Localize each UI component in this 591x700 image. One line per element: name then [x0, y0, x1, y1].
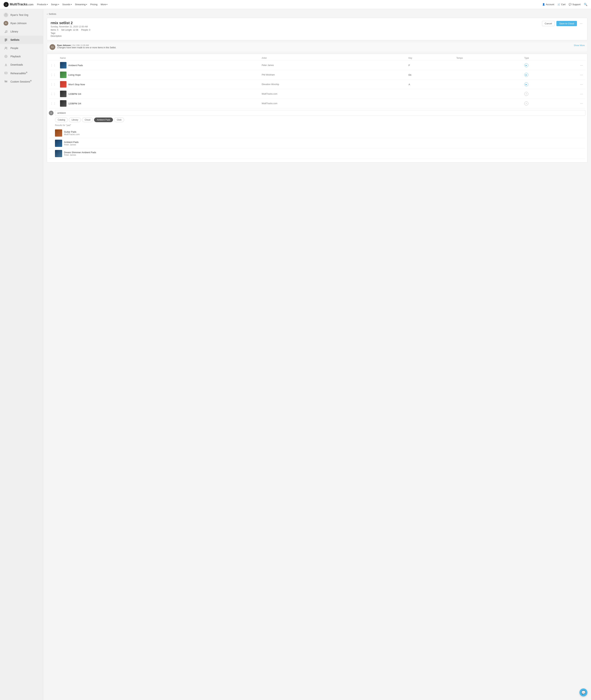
sidebar-item-setlists[interactable]: Setlists: [0, 36, 43, 44]
sidebar-item-rehearsalmix[interactable]: RehearsalMix®: [0, 69, 43, 77]
result-info: Dream Shimmer Ambient Pads Peter James: [64, 151, 584, 156]
setlist-items-count: Items: 5: [51, 29, 58, 31]
song-more-button[interactable]: ···: [579, 73, 584, 77]
song-actions-cell: ···: [578, 70, 585, 80]
svg-rect-13: [5, 81, 6, 82]
song-tempo-cell: [455, 61, 523, 70]
filter-tab[interactable]: Catalog: [55, 118, 68, 122]
list-item[interactable]: Dream Shimmer Ambient Pads Peter James: [49, 148, 585, 159]
clear-search-button[interactable]: ×: [49, 111, 54, 115]
song-key-cell: [407, 89, 455, 99]
table-row[interactable]: ⋮⋮ Living Hope Phil Wickham Eb ▶ ···: [49, 70, 585, 80]
breadcrumb[interactable]: ‹ Setlists: [47, 13, 587, 15]
search-icon[interactable]: 🔍: [584, 3, 587, 6]
th-actions: [578, 56, 585, 61]
song-more-button[interactable]: ···: [579, 82, 584, 86]
song-thumbnail: [60, 81, 66, 87]
multitrack-icon: ▶: [524, 63, 528, 67]
results-label: Results for "pad": [49, 124, 585, 127]
song-actions-cell: ···: [578, 61, 585, 70]
nav-more[interactable]: More ▾: [101, 3, 108, 6]
song-more-button[interactable]: ···: [579, 101, 584, 106]
drag-cell: ⋮⋮: [49, 70, 59, 80]
song-title: 120BPM 3/4: [68, 92, 81, 96]
nav-sounds[interactable]: Sounds ▾: [62, 3, 72, 6]
filter-tab[interactable]: Cloud: [82, 118, 93, 122]
song-key-cell: Eb: [407, 70, 455, 80]
notif-meta: Ryan Johnson | Oct 19th 11:00 AM: [57, 44, 572, 46]
sidebar-item-library[interactable]: Library: [0, 27, 43, 36]
table-row[interactable]: ⋮⋮ Ambient Pads Peter James F ▶ ···: [49, 61, 585, 70]
songs-table-container: Name Artist Key Tempo Type ⋮⋮ Ambient Pa…: [47, 54, 587, 163]
svg-rect-14: [6, 80, 6, 82]
song-artist-cell: Elevation Worship: [260, 80, 407, 89]
custom-sessions-icon: [4, 79, 8, 84]
org-avatar: [4, 13, 8, 17]
nav-account[interactable]: 👤 Account: [542, 3, 554, 6]
cancel-button[interactable]: Cancel: [542, 21, 554, 26]
chevron-down-icon: ▾: [58, 3, 59, 5]
drag-handle[interactable]: ⋮⋮: [50, 64, 57, 67]
nav-songs[interactable]: Songs ▾: [51, 3, 59, 6]
song-thumbnail: [60, 72, 66, 78]
sidebar-item-people[interactable]: People: [0, 44, 43, 52]
sidebar-item-org[interactable]: Ryan's Test Org: [0, 11, 43, 19]
table-row[interactable]: ⋮⋮ 120BPM 3/4 MultiTracks.com ✕ ···: [49, 89, 585, 99]
click-icon: ✕: [524, 102, 528, 106]
more-options-button[interactable]: ···: [579, 21, 584, 26]
sidebar-item-playback[interactable]: Playback: [0, 52, 43, 61]
sidebar-item-user[interactable]: RJ Ryan Johnson: [0, 19, 43, 27]
setlist-description: Description:: [51, 35, 90, 37]
table-row[interactable]: ⋮⋮ Won't Stop Now Elevation Worship A ▶ …: [49, 80, 585, 89]
song-title: Won't Stop Now: [68, 83, 85, 86]
nav-cart[interactable]: 🛒 Cart: [557, 3, 566, 6]
sidebar-downloads-label: Downloads: [10, 63, 23, 66]
nav-streaming[interactable]: Streaming ▾: [75, 3, 87, 6]
drag-handle[interactable]: ⋮⋮: [50, 83, 57, 86]
setlist-card: rmix setlist 2 Sunday, November 22, 2020…: [47, 18, 587, 40]
sidebar-item-downloads[interactable]: Downloads: [0, 61, 43, 69]
filter-tab[interactable]: Ambient Pads: [94, 118, 113, 122]
filter-tab[interactable]: Library: [69, 118, 81, 122]
nav-support[interactable]: 💬 Support: [569, 3, 581, 6]
music-note-icon: [4, 29, 8, 34]
drag-handle[interactable]: ⋮⋮: [50, 102, 57, 105]
result-artist: MultiTracks.com: [64, 133, 584, 136]
song-more-button[interactable]: ···: [579, 63, 584, 67]
th-tempo: Tempo: [455, 56, 523, 61]
results-container: Guitar Pads MultiTracks.com Ambient Pads…: [49, 128, 585, 159]
filter-tab[interactable]: Click: [114, 118, 124, 122]
song-more-button[interactable]: ···: [579, 92, 584, 96]
setlist-people-count: People: 0: [81, 29, 90, 31]
song-thumbnail: [60, 91, 66, 97]
song-thumbnail: [60, 62, 66, 68]
show-more-button[interactable]: Show More: [574, 44, 585, 47]
chevron-down-icon: ▾: [47, 3, 48, 5]
song-key-cell: F: [407, 61, 455, 70]
list-item[interactable]: Guitar Pads MultiTracks.com: [49, 128, 585, 138]
sidebar-item-custom-sessions[interactable]: Custom Sessions®: [0, 77, 43, 85]
nav-pricing[interactable]: Pricing: [90, 3, 97, 6]
save-to-cloud-button[interactable]: Save to Cloud: [556, 21, 577, 26]
song-title: Living Hope: [68, 73, 81, 76]
song-tempo-cell: [455, 80, 523, 89]
setlist-actions: Cancel Save to Cloud ···: [542, 21, 584, 26]
notif-message: Changes have been made to one or more it…: [57, 46, 572, 49]
song-type-cell: ✕: [523, 89, 578, 99]
chat-bubble[interactable]: 💬: [580, 689, 587, 696]
downloads-icon: [4, 62, 8, 67]
sidebar-setlists-label: Setlists: [10, 39, 19, 41]
drag-handle[interactable]: ⋮⋮: [50, 73, 57, 76]
logo[interactable]: MultiTracks.com: [4, 2, 34, 7]
user-avatar: RJ: [4, 21, 8, 25]
nav-products[interactable]: Products ▾: [37, 3, 48, 6]
list-item[interactable]: Ambient Pads Peter James: [49, 138, 585, 148]
sidebar-user-label: Ryan Johnson: [10, 22, 27, 25]
song-tempo-cell: [455, 99, 523, 108]
search-input[interactable]: [55, 110, 585, 116]
setlist-info: rmix setlist 2 Sunday, November 22, 2020…: [51, 21, 90, 37]
song-title: Ambient Pads: [68, 64, 83, 67]
table-row[interactable]: ⋮⋮ 120BPM 3/4 MultiTracks.com ✕ ···: [49, 99, 585, 108]
drag-handle[interactable]: ⋮⋮: [50, 92, 57, 96]
top-navigation: MultiTracks.com Products ▾ Songs ▾ Sound…: [0, 0, 591, 9]
